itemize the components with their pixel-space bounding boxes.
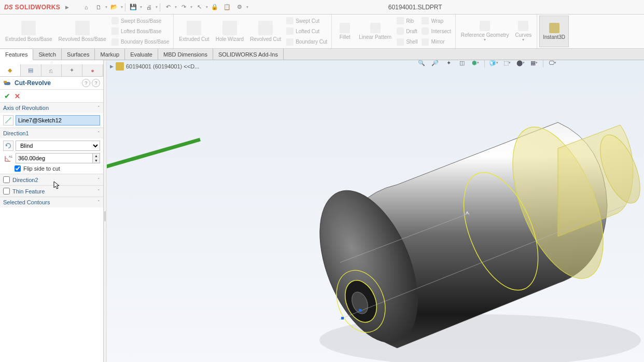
panel-handle[interactable]: ○ [0,60,103,64]
revolved-cut-button[interactable]: Revolved Cut [247,16,284,47]
logo-text: SOLIDWORKS [15,4,61,11]
tab-addins[interactable]: SOLIDWORKS Add-Ins [213,49,284,60]
chevron-up-icon: ˄ [97,105,100,110]
reverse-direction-icon[interactable] [3,141,13,151]
wrap-button[interactable]: Wrap [419,17,453,25]
lofted-boss-button[interactable]: Lofted Boss/Base [109,27,171,35]
tab-markup[interactable]: Markup [95,49,125,60]
main-area: ○ ◆ ▤ ⎌ ✦ ● Cut-Revolve ? ? ✔ ✕ Axis of … [0,60,644,362]
help-button[interactable]: ? [92,79,100,87]
feature-name-label: Cut-Revolve [15,79,51,87]
panel-tab-display-icon[interactable]: ✦ [62,64,82,76]
intersect-button[interactable]: Intersect [419,27,453,35]
feature-title-row: Cut-Revolve ? ? [0,77,103,90]
tab-features[interactable]: Features [0,49,33,60]
axis-select-icon[interactable] [3,115,13,126]
chevron-down-icon: ˅ [97,177,100,183]
angle-spinner[interactable]: ▲▼ [93,153,100,163]
panel-tab-appearance-icon[interactable]: ● [82,64,103,76]
cancel-button[interactable]: ✕ [15,92,20,100]
curves-button[interactable]: Curves▾ [512,16,535,47]
select-icon[interactable]: ↖ [193,2,205,13]
graphics-viewport[interactable]: ▶ 60194001 (60194001) <<D... 🔍 🔎 ✦ ◫ ⬢▾ … [107,60,644,362]
menu-expand-icon[interactable]: ▶ [62,5,72,10]
section-axis-header[interactable]: Axis of Revolution ˄ [0,103,103,113]
title-bar: DS SOLIDWORKS ▶ ⌂ 🗋 ▾ 📂 ▾ 💾 ▾ 🖨 ▾ ↶ ▾ ↷ … [0,0,644,15]
svg-line-2 [6,118,11,123]
end-condition-select[interactable]: Blind [16,141,100,151]
open-icon[interactable]: 📂 [108,2,120,13]
new-icon[interactable]: 🗋 [93,2,104,13]
panel-tab-feature-icon[interactable]: ◆ [0,64,21,76]
chevron-down-icon: ˅ [97,189,100,194]
flip-side-checkbox[interactable] [15,165,21,172]
ok-button[interactable]: ✔ [4,92,10,100]
section-contours: Selected Contours ˅ [0,197,103,207]
section-direction1: Direction1 ˄ Blind A1 ▲▼ [0,128,103,174]
section-thin-title: Thin Feature [12,188,45,194]
tab-mbd[interactable]: MBD Dimensions [158,49,213,60]
print-icon[interactable]: 🖨 [143,2,155,13]
boundary-cut-button[interactable]: Boundary Cut [284,38,329,46]
quick-access-toolbar: ⌂ 🗋 ▾ 📂 ▾ 💾 ▾ 🖨 ▾ ↶ ▾ ↷ ▾ ↖ ▾ 🔒 📋 ⚙ ▾ [76,2,248,13]
hole-wizard-button[interactable]: Hole Wizard [213,16,247,47]
panel-tab-config-icon[interactable]: ⎌ [41,64,62,76]
swept-boss-button[interactable]: Swept Boss/Base [109,17,171,25]
svg-rect-14 [359,309,361,312]
document-title: 60194001.SLDPRT [248,4,644,11]
angle-icon: A1 [3,153,13,163]
logo-ds-icon: DS [4,4,13,11]
home-icon[interactable]: ⌂ [80,2,92,13]
reference-geometry-button[interactable]: Reference Geometry▾ [458,16,512,47]
section-contours-header[interactable]: Selected Contours ˅ [0,197,103,207]
revolved-boss-button[interactable]: Revolved Boss/Base [55,16,109,47]
section-direction2-header[interactable]: Direction2 ˅ [0,174,103,185]
extruded-cut-button[interactable]: Extruded Cut [176,16,212,47]
section-thin-feature: Thin Feature ˅ [0,185,103,197]
rebuild-icon[interactable]: 🔒 [209,2,220,13]
linear-pattern-button[interactable]: Linear Pattern [356,16,395,47]
lofted-cut-button[interactable]: Lofted Cut [284,27,329,35]
draft-button[interactable]: Draft [395,27,419,35]
shell-button[interactable]: Shell [395,38,419,46]
save-icon[interactable]: 💾 [128,2,139,13]
redo-icon[interactable]: ↷ [178,2,189,13]
section-direction1-header[interactable]: Direction1 ˄ [0,128,103,138]
doc-props-icon[interactable]: 📋 [221,2,233,13]
direction2-checkbox[interactable] [3,176,10,183]
chevron-down-icon: ˅ [97,200,100,205]
flip-side-label: Flip side to cut [23,165,60,172]
tab-surfaces[interactable]: Surfaces [62,49,95,60]
swept-cut-button[interactable]: Swept Cut [284,17,329,25]
axis-input[interactable] [16,115,100,126]
svg-rect-15 [341,317,344,319]
ribbon-group-cut: Extruded Cut Hole Wizard Revolved Cut Sw… [174,15,332,48]
section-direction2: Direction2 ˅ [0,174,103,185]
ribbon: Extruded Boss/Base Revolved Boss/Base Sw… [0,15,644,49]
app-logo: DS SOLIDWORKS ▶ [0,4,76,11]
angle-input[interactable] [16,153,93,163]
separator [160,3,160,11]
cut-revolve-icon [3,79,11,87]
thin-feature-checkbox[interactable] [3,188,10,194]
ribbon-group-instant3d: Instant3D [537,15,571,48]
confirm-row: ✔ ✕ [0,90,103,102]
undo-icon[interactable]: ↶ [162,2,174,13]
spin-down-icon: ▼ [93,158,100,163]
tab-sketch[interactable]: Sketch [33,49,62,60]
flip-side-checkbox-row[interactable]: Flip side to cut [3,165,100,172]
extruded-boss-button[interactable]: Extruded Boss/Base [2,16,55,47]
boundary-boss-button[interactable]: Boundary Boss/Base [109,38,171,46]
rib-button[interactable]: Rib [395,17,419,25]
panel-tab-tree-icon[interactable]: ▤ [21,64,41,76]
instant3d-button[interactable]: Instant3D [539,16,569,47]
options-icon[interactable]: ⚙ [234,2,245,13]
section-thin-header[interactable]: Thin Feature ˅ [0,186,103,197]
mirror-button[interactable]: Mirror [419,38,453,46]
help-detailed-button[interactable]: ? [82,79,90,87]
ribbon-group-boss: Extruded Boss/Base Revolved Boss/Base Sw… [0,15,174,48]
section-axis-title: Axis of Revolution [3,105,49,111]
fillet-button[interactable]: Fillet [334,16,356,47]
ribbon-group-ref: Reference Geometry▾ Curves▾ [456,15,538,48]
tab-evaluate[interactable]: Evaluate [125,49,158,60]
